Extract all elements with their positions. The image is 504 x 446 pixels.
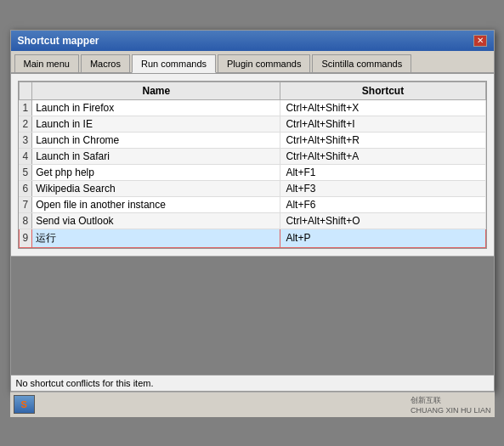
row-number: 1 bbox=[19, 99, 32, 116]
row-number: 5 bbox=[19, 164, 32, 180]
row-number: 8 bbox=[19, 212, 32, 229]
status-text: No shortcut conflicts for this item. bbox=[16, 378, 154, 388]
row-name: Launch in IE bbox=[32, 116, 280, 132]
row-name: Launch in Chrome bbox=[32, 132, 280, 148]
table-row[interactable]: 8Send via OutlookCtrl+Alt+Shift+O bbox=[19, 212, 485, 229]
row-shortcut: Alt+P bbox=[280, 229, 485, 247]
taskbar-icon: S bbox=[21, 399, 27, 409]
close-button[interactable]: ✕ bbox=[473, 35, 487, 47]
row-name: Get php help bbox=[32, 164, 280, 180]
shortcut-header: Shortcut bbox=[280, 82, 485, 99]
row-shortcut: Alt+F6 bbox=[280, 196, 485, 212]
title-bar-controls: ✕ bbox=[473, 35, 487, 47]
table-row[interactable]: 5Get php helpAlt+F1 bbox=[19, 164, 485, 180]
logo-text: 创新互联CHUANG XIN HU LIAN bbox=[411, 395, 491, 415]
tab-run-commands[interactable]: Run commands bbox=[132, 54, 216, 73]
table-row[interactable]: 7Open file in another instanceAlt+F6 bbox=[19, 196, 485, 212]
taskbar-item[interactable]: S bbox=[14, 395, 35, 414]
row-shortcut: Alt+F1 bbox=[280, 164, 485, 180]
row-name: Send via Outlook bbox=[32, 212, 280, 229]
content-area: Name Shortcut 1Launch in FirefoxCtrl+Alt… bbox=[11, 74, 494, 256]
row-name: Wikipedia Search bbox=[32, 180, 280, 196]
shortcut-mapper-window: Shortcut mapper ✕ Main menu Macros Run c… bbox=[10, 30, 495, 392]
row-name: Launch in Safari bbox=[32, 148, 280, 164]
table-row[interactable]: 6Wikipedia SearchAlt+F3 bbox=[19, 180, 485, 196]
name-header: Name bbox=[32, 82, 280, 99]
table-row[interactable]: 4Launch in SafariCtrl+Alt+Shift+A bbox=[19, 148, 485, 164]
title-bar: Shortcut mapper ✕ bbox=[11, 31, 494, 51]
chuangxin-logo: 创新互联CHUANG XIN HU LIAN bbox=[411, 395, 491, 415]
row-number: 2 bbox=[19, 116, 32, 132]
row-num-header bbox=[19, 82, 32, 99]
row-name: 运行 bbox=[32, 229, 280, 247]
row-shortcut: Alt+F3 bbox=[280, 180, 485, 196]
row-shortcut: Ctrl+Alt+Shift+X bbox=[280, 99, 485, 116]
row-number: 6 bbox=[19, 180, 32, 196]
table-row[interactable]: 3Launch in ChromeCtrl+Alt+Shift+R bbox=[19, 132, 485, 148]
row-number: 4 bbox=[19, 148, 32, 164]
row-name: Open file in another instance bbox=[32, 196, 280, 212]
status-bar: No shortcut conflicts for this item. bbox=[11, 375, 494, 391]
shortcuts-table-container: Name Shortcut 1Launch in FirefoxCtrl+Alt… bbox=[18, 81, 487, 249]
row-number: 3 bbox=[19, 132, 32, 148]
row-shortcut: Ctrl+Alt+Shift+R bbox=[280, 132, 485, 148]
row-number: 9 bbox=[19, 229, 32, 247]
row-shortcut: Ctrl+Alt+Shift+I bbox=[280, 116, 485, 132]
table-row[interactable]: 2Launch in IECtrl+Alt+Shift+I bbox=[19, 116, 485, 132]
empty-area bbox=[11, 256, 494, 375]
tab-macros[interactable]: Macros bbox=[81, 54, 130, 72]
tabs-container: Main menu Macros Run commands Plugin com… bbox=[11, 51, 494, 74]
tab-scintilla-commands[interactable]: Scintilla commands bbox=[312, 54, 411, 72]
row-number: 7 bbox=[19, 196, 32, 212]
taskbar: S 创新互联CHUANG XIN HU LIAN bbox=[10, 392, 495, 417]
row-name: Launch in Firefox bbox=[32, 99, 280, 116]
table-row[interactable]: 1Launch in FirefoxCtrl+Alt+Shift+X bbox=[19, 99, 485, 116]
row-shortcut: Ctrl+Alt+Shift+O bbox=[280, 212, 485, 229]
table-row[interactable]: 9运行Alt+P bbox=[19, 229, 485, 247]
tab-main-menu[interactable]: Main menu bbox=[14, 54, 79, 72]
row-shortcut: Ctrl+Alt+Shift+A bbox=[280, 148, 485, 164]
shortcuts-table: Name Shortcut 1Launch in FirefoxCtrl+Alt… bbox=[19, 82, 486, 248]
tab-plugin-commands[interactable]: Plugin commands bbox=[218, 54, 310, 72]
window-title: Shortcut mapper bbox=[18, 35, 99, 47]
